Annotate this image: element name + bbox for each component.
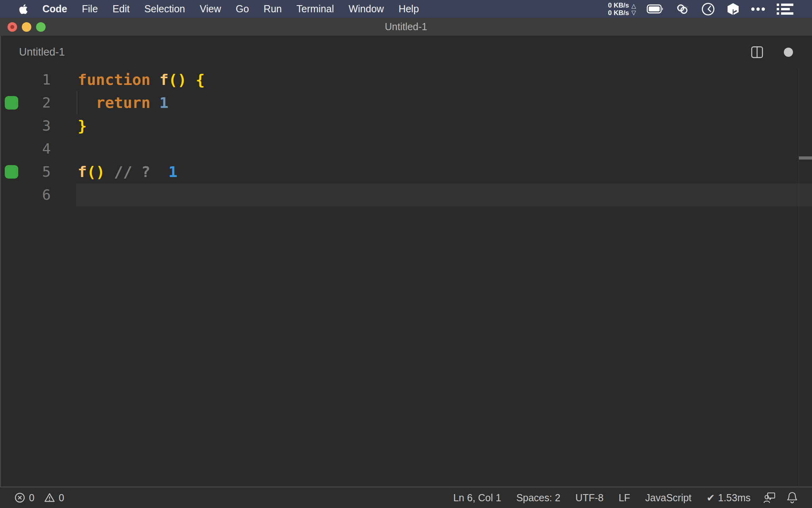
code-text[interactable]: [76, 183, 812, 206]
menu-code[interactable]: Code: [42, 3, 67, 15]
error-count: 0: [29, 492, 34, 504]
line-number: 5: [0, 160, 51, 183]
ellipsis-icon[interactable]: [751, 7, 765, 11]
window-title: Untitled-1: [385, 21, 427, 33]
close-button[interactable]: [8, 22, 17, 32]
status-language[interactable]: JavaScript: [638, 492, 699, 504]
code-editor[interactable]: 1function f() {2 return 13}45f() // ? 16: [0, 68, 812, 206]
error-icon: [14, 492, 25, 503]
gutter: 1: [0, 68, 76, 91]
code-line-2[interactable]: 2 return 1: [0, 91, 812, 114]
editor-header: Untitled-1: [0, 36, 812, 68]
menu-view[interactable]: View: [200, 3, 221, 15]
battery-icon[interactable]: [647, 4, 664, 14]
code-text[interactable]: [76, 137, 812, 160]
menu-edit[interactable]: Edit: [113, 3, 130, 15]
linked-rings-icon[interactable]: [674, 3, 690, 15]
code-line-1[interactable]: 1function f() {: [0, 68, 812, 91]
minimize-button[interactable]: [22, 22, 31, 32]
warning-icon: [44, 492, 55, 503]
split-editor-icon[interactable]: [751, 46, 763, 58]
line-number: 2: [0, 91, 51, 114]
menu-terminal[interactable]: Terminal: [297, 3, 334, 15]
clock-icon[interactable]: [701, 2, 715, 16]
code-line-6[interactable]: 6: [0, 183, 812, 206]
triangle-down-icon: ▽: [631, 9, 636, 16]
tab-label[interactable]: Untitled-1: [19, 46, 65, 58]
line-number: 3: [0, 114, 51, 137]
gutter: 3: [0, 114, 76, 137]
unsaved-indicator-icon[interactable]: [784, 48, 793, 57]
menu-selection[interactable]: Selection: [144, 3, 185, 15]
network-speed-indicator[interactable]: 0 KB/s 0 KB/s △ ▽: [608, 2, 636, 17]
menu-help[interactable]: Help: [398, 3, 419, 15]
apple-icon: [19, 4, 28, 15]
net-download-speed: 0 KB/s: [608, 9, 629, 17]
status-indentation[interactable]: Spaces: 2: [509, 492, 568, 504]
menu-window[interactable]: Window: [349, 3, 384, 15]
code-line-3[interactable]: 3}: [0, 114, 812, 137]
gutter: 6: [0, 183, 76, 206]
vscode-window: Code File Edit Selection View Go Run Ter…: [0, 0, 812, 508]
gutter: 2: [0, 91, 76, 114]
line-number: 4: [0, 137, 51, 160]
gutter: 4: [0, 137, 76, 160]
code-line-4[interactable]: 4: [0, 137, 812, 160]
code-text[interactable]: function f() {: [76, 68, 812, 91]
triangle-up-icon: △: [631, 2, 636, 9]
menu-file[interactable]: File: [82, 3, 98, 15]
code-text[interactable]: f() // ? 1: [76, 160, 812, 183]
menu-run[interactable]: Run: [264, 3, 282, 15]
quokka-time-value: 1.53ms: [718, 492, 751, 504]
code-text[interactable]: return 1: [76, 91, 812, 114]
check-icon: ✔: [707, 492, 715, 504]
indent-guide: [77, 91, 77, 114]
modified-dot-icon: [10, 25, 14, 29]
macos-menu-bar: Code File Edit Selection View Go Run Ter…: [0, 0, 812, 18]
editor-area: Untitled-1 1function f() {2 return 13}45…: [0, 36, 812, 487]
status-cursor-position[interactable]: Ln 6, Col 1: [446, 492, 509, 504]
code-line-5[interactable]: 5f() // ? 1: [0, 160, 812, 183]
window-title-bar: Untitled-1: [0, 18, 812, 36]
status-bar: 0 0 Ln 6, Col 1 Spaces: 2 UTF-8 LF JavaS…: [0, 487, 812, 508]
notifications-bell-icon[interactable]: [781, 491, 803, 504]
feedback-icon[interactable]: [758, 492, 781, 504]
menu-go[interactable]: Go: [236, 3, 249, 15]
status-eol[interactable]: LF: [611, 492, 638, 504]
list-menu-icon[interactable]: [776, 3, 794, 15]
net-upload-speed: 0 KB/s: [608, 2, 629, 9]
status-encoding[interactable]: UTF-8: [568, 492, 611, 504]
line-number: 6: [0, 183, 51, 206]
line-number: 1: [0, 68, 51, 91]
apple-menu[interactable]: [19, 4, 28, 15]
problems-indicator[interactable]: 0 0: [14, 492, 64, 504]
fullscreen-button[interactable]: [36, 22, 46, 32]
warning-count: 0: [59, 492, 64, 504]
overview-ruler-cursor-mark: [799, 156, 812, 160]
gutter: 5: [0, 160, 76, 183]
status-quokka-time[interactable]: ✔ 1.53ms: [699, 492, 758, 504]
cube-icon[interactable]: [726, 2, 740, 16]
traffic-lights: [8, 22, 46, 32]
code-text[interactable]: }: [76, 114, 812, 137]
scrollbar-gutter-line: [799, 68, 799, 487]
